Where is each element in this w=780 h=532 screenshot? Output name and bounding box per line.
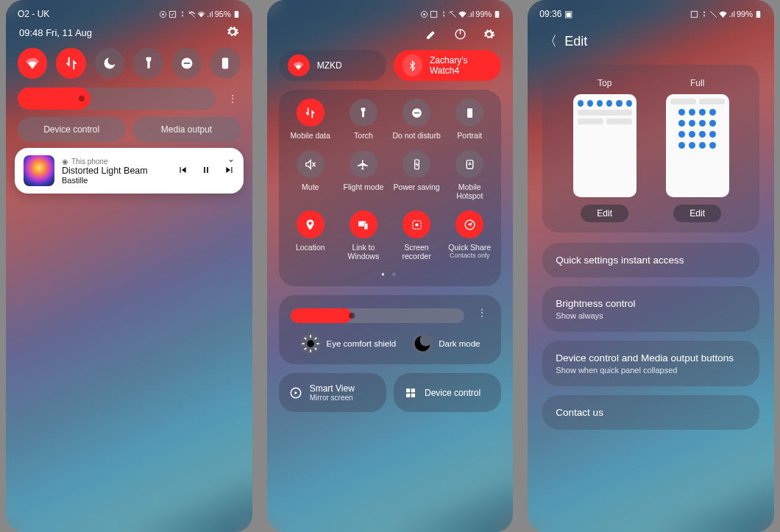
settings-icon[interactable] (483, 28, 495, 43)
edit-top-button[interactable]: Edit (581, 205, 628, 222)
mobile-data-toggle[interactable] (56, 48, 85, 79)
wifi-toggle[interactable] (18, 48, 47, 79)
svg-rect-2 (234, 10, 238, 17)
preview-full (666, 94, 729, 197)
svg-point-3 (32, 65, 34, 68)
svg-rect-24 (411, 389, 415, 392)
eye-comfort-toggle[interactable]: Eye comfort shield (300, 333, 397, 354)
setting-brightness-control[interactable]: Brightness control Show always (542, 286, 759, 332)
device-control-button[interactable]: Device control (18, 117, 125, 142)
play-pause-button[interactable] (201, 165, 211, 177)
svg-rect-5 (184, 63, 190, 64)
status-bar: 09:36 ▣ .ıl 99% (535, 6, 767, 22)
album-art (24, 155, 54, 186)
clock: 09:36 (539, 9, 561, 19)
svg-point-20 (465, 220, 475, 230)
svg-rect-6 (222, 58, 228, 69)
wifi-icon (288, 54, 310, 77)
power-icon[interactable] (454, 28, 467, 43)
setting-contact-us[interactable]: Contact us (542, 395, 759, 430)
wifi-name: MZKD (317, 60, 342, 71)
page-title: Edit (564, 34, 587, 49)
bluetooth-pill[interactable]: Zachary's Watch4 (394, 50, 501, 81)
tile-flight-mode[interactable]: Flight mode (339, 150, 388, 200)
tile-quick-share[interactable]: Quick ShareContacts only (445, 210, 494, 260)
carrier-label: O2 - UK (18, 9, 49, 19)
prev-track-button[interactable] (177, 165, 188, 177)
setting-instant-access[interactable]: Quick settings instant access (542, 243, 759, 277)
svg-rect-17 (364, 223, 368, 230)
tile-link-windows[interactable]: Link to Windows (339, 210, 388, 260)
edit-full-button[interactable]: Edit (673, 205, 721, 222)
status-icons: .ıl 99% (690, 10, 762, 18)
media-source: This phone (71, 157, 107, 166)
torch-toggle[interactable] (133, 48, 163, 79)
tile-mobile-data[interactable]: Mobile data (286, 99, 335, 140)
status-icons: .ıl 99% (420, 10, 502, 18)
brightness-card: ⋮ Eye comfort shield Dark mode (279, 295, 502, 364)
svg-point-1 (162, 13, 164, 15)
minus-toggle[interactable] (172, 48, 202, 79)
svg-rect-9 (495, 10, 500, 17)
svg-rect-12 (414, 112, 419, 113)
battery-pct: 95% (215, 10, 231, 18)
tile-portrait[interactable]: Portrait (445, 99, 494, 140)
brightness-more-icon[interactable]: ⋮ (478, 308, 486, 318)
svg-rect-13 (467, 108, 472, 118)
tile-power-saving[interactable]: Power saving (392, 150, 441, 200)
bt-name: Zachary's Watch4 (430, 55, 492, 76)
tile-screen-recorder[interactable]: Screen recorder (392, 210, 441, 260)
edit-icon[interactable] (425, 28, 438, 43)
back-icon[interactable]: 〈 (544, 32, 557, 50)
layout-preview-card: Top Edit Full Edit (542, 65, 759, 233)
dark-mode-toggle[interactable]: Dark mode (412, 333, 480, 354)
image-icon: ▣ (564, 9, 572, 19)
media-player-card[interactable]: ◉This phone Distorted Light Beam Bastill… (15, 148, 244, 194)
brightness-slider[interactable] (291, 308, 465, 323)
portrait-toggle[interactable] (210, 48, 240, 79)
media-output-button[interactable]: Media output (132, 117, 240, 142)
bluetooth-icon (403, 54, 422, 77)
settings-icon[interactable] (226, 25, 239, 40)
status-bar: O2 - UK .ıl 95% (13, 6, 245, 22)
target-icon: ◉ (62, 157, 68, 166)
tile-hotspot[interactable]: Mobile Hotspot (445, 150, 494, 200)
battery-pct: 99% (737, 10, 753, 18)
media-title: Distorted Light Beam (62, 166, 170, 176)
brightness-slider[interactable] (18, 88, 216, 110)
preview-top-label: Top (573, 78, 637, 88)
status-icons: .ıl 95% (159, 10, 241, 18)
setting-device-media-buttons[interactable]: Device control and Media output buttons … (542, 341, 759, 386)
quick-tiles-card: Mobile data Torch Do not disturb Portrai… (279, 90, 502, 286)
device-control-tile[interactable]: Device control (394, 373, 501, 412)
tile-torch[interactable]: Torch (339, 99, 388, 140)
preview-full-label: Full (666, 78, 729, 88)
next-track-button[interactable] (224, 165, 235, 177)
dnd-toggle[interactable] (95, 48, 124, 79)
tile-dnd[interactable]: Do not disturb (392, 99, 441, 140)
tile-location[interactable]: Location (286, 210, 335, 260)
smart-view-tile[interactable]: Smart ViewMirror screen (279, 373, 386, 412)
status-bar: .ıl 99% (274, 6, 506, 22)
media-artist: Bastille (62, 176, 170, 185)
clock-date: 09:48 Fri, 11 Aug (19, 27, 92, 38)
svg-point-8 (423, 13, 425, 15)
chevron-down-icon[interactable]: ⌄ (227, 154, 235, 164)
svg-rect-25 (406, 393, 410, 397)
preview-top (573, 94, 637, 197)
svg-point-21 (307, 340, 313, 347)
tile-mute[interactable]: Mute (286, 150, 335, 200)
svg-rect-26 (411, 393, 415, 397)
svg-rect-23 (406, 389, 410, 392)
brightness-more-icon[interactable]: ⋮ (223, 93, 242, 104)
battery-pct: 99% (475, 10, 492, 18)
svg-rect-27 (756, 10, 761, 17)
wifi-pill[interactable]: MZKD (279, 50, 386, 81)
page-dots[interactable]: ● ○ (286, 271, 494, 277)
svg-point-19 (415, 223, 418, 226)
